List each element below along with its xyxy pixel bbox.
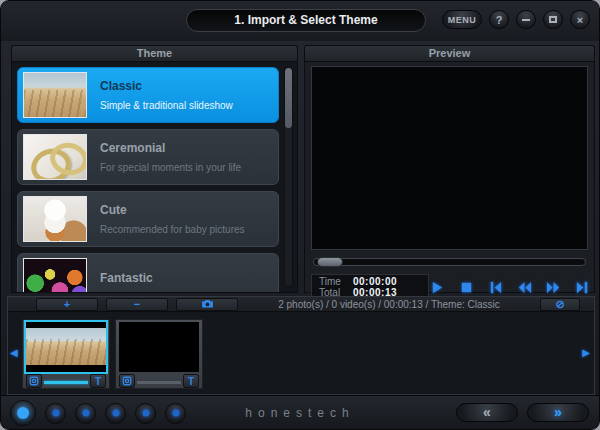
next-button[interactable]: »: [527, 403, 589, 422]
preview-body: Time 00:00:00 Total 00:00:13: [304, 61, 595, 293]
theme-item-ceremonial[interactable]: Ceremonial For special moments in your l…: [17, 129, 279, 185]
add-media-button[interactable]: +: [36, 298, 98, 311]
text-tool-icon: T: [95, 376, 101, 387]
preview-panel: Preview Time 00:00:00 Total 00:00:13: [304, 45, 595, 293]
theme-panel-header: Theme: [11, 45, 298, 61]
stop-button[interactable]: [458, 279, 474, 295]
clip-selection-line: [44, 381, 88, 384]
theme-list: Classic Simple & traditional slideshow C…: [12, 62, 297, 292]
timeline-clips: T T: [22, 319, 203, 389]
theme-item-cute[interactable]: Cute Recommended for baby pictures: [17, 191, 279, 247]
preview-panel-header: Preview: [304, 45, 595, 61]
timeline-toolbar: + − 2 photo(s) / 0 video(s) / 00:00:13 /…: [8, 297, 594, 312]
theme-panel: Theme Classic Simple & traditional slide…: [11, 45, 298, 293]
theme-name: Fantastic: [100, 271, 153, 285]
seek-bar-thumb[interactable]: [317, 257, 343, 267]
theme-name: Cute: [100, 203, 245, 217]
theme-thumbnail-classic: [23, 72, 87, 118]
chevron-right-icon: ▶: [582, 347, 590, 358]
page-title: 1. Import & Select Theme: [186, 9, 426, 32]
minimize-icon: [522, 19, 530, 21]
text-tool-icon: T: [188, 376, 194, 387]
theme-thumbnail-cute: [23, 196, 87, 242]
timeline-strip: ◀ T: [8, 312, 594, 394]
theme-scrollbar-thumb[interactable]: [285, 68, 292, 128]
timeline-info-button[interactable]: ⊘: [540, 298, 580, 311]
clip-thumbnail-beach: [26, 322, 106, 372]
capture-button[interactable]: [176, 298, 238, 311]
maximize-button[interactable]: [543, 10, 563, 29]
theme-meta: Classic Simple & traditional slideshow: [100, 79, 233, 111]
clip-footer: T: [119, 373, 199, 388]
remove-media-button[interactable]: −: [106, 298, 168, 311]
timeline-status-text: 2 photo(s) / 0 video(s) / 00:00:13 / The…: [238, 299, 540, 310]
theme-list-container: Classic Simple & traditional slideshow C…: [11, 61, 298, 293]
scroll-left-button[interactable]: ◀: [10, 348, 18, 358]
camera-icon: [201, 299, 214, 308]
clip-item-1[interactable]: T: [22, 319, 110, 389]
plus-icon: +: [64, 298, 70, 310]
theme-name: Ceremonial: [100, 141, 241, 155]
theme-scrollbar-track[interactable]: [284, 67, 293, 287]
navigation-buttons: « »: [456, 403, 589, 422]
maximize-icon: [549, 16, 557, 23]
rewind-button[interactable]: [516, 279, 532, 295]
skip-forward-icon: [575, 280, 590, 295]
preview-screen: [311, 66, 588, 250]
minus-icon: −: [134, 298, 140, 310]
time-label: Time: [319, 276, 353, 287]
theme-description: Simple & traditional slideshow: [100, 100, 233, 111]
double-chevron-left-icon: «: [483, 404, 491, 420]
window-controls: MENU ? ×: [442, 10, 590, 29]
clip-thumbnail-black: [119, 322, 199, 372]
help-button[interactable]: ?: [489, 10, 509, 29]
fast-forward-icon: [546, 280, 561, 295]
clock-icon: [29, 376, 39, 386]
close-icon: ×: [577, 14, 583, 26]
theme-description: For special moments in your life: [100, 162, 241, 173]
clip-duration-button[interactable]: [119, 374, 135, 388]
bottom-bar: honestech « »: [1, 395, 599, 429]
app-window: 1. Import & Select Theme MENU ? × Theme …: [0, 0, 600, 430]
theme-meta: Ceremonial For special moments in your l…: [100, 141, 241, 173]
close-button[interactable]: ×: [570, 10, 590, 29]
clip-duration-button[interactable]: [26, 374, 42, 388]
clip-text-button[interactable]: T: [90, 374, 106, 388]
fast-forward-button[interactable]: [545, 279, 561, 295]
time-value: 00:00:00: [353, 276, 397, 287]
theme-item-classic[interactable]: Classic Simple & traditional slideshow: [17, 67, 279, 123]
theme-thumbnail-ceremonial: [23, 134, 87, 180]
back-button[interactable]: «: [456, 403, 518, 422]
stop-icon: [459, 280, 474, 295]
skip-back-button[interactable]: [487, 279, 503, 295]
skip-forward-button[interactable]: [574, 279, 590, 295]
rewind-icon: [517, 280, 532, 295]
timeline-panel: + − 2 photo(s) / 0 video(s) / 00:00:13 /…: [7, 296, 595, 395]
chevron-left-icon: ◀: [10, 347, 18, 358]
time-current-row: Time 00:00:00: [319, 276, 421, 287]
double-chevron-right-icon: »: [554, 404, 562, 420]
theme-name: Classic: [100, 79, 233, 93]
menu-button[interactable]: MENU: [442, 10, 482, 29]
play-button[interactable]: [429, 279, 445, 295]
clip-footer: T: [26, 373, 106, 388]
minimize-button[interactable]: [516, 10, 536, 29]
theme-item-fantastic[interactable]: Fantastic: [17, 253, 279, 292]
transport-buttons: [429, 279, 594, 295]
clip-selection-line: [137, 381, 181, 384]
theme-description: Recommended for baby pictures: [100, 224, 245, 235]
scroll-right-button[interactable]: ▶: [582, 348, 590, 358]
help-icon: ?: [496, 14, 503, 26]
theme-thumbnail-fantastic: [23, 258, 87, 292]
theme-meta: Fantastic: [100, 271, 153, 292]
clip-item-2[interactable]: T: [115, 319, 203, 389]
seek-bar-track[interactable]: [313, 258, 586, 266]
slashed-circle-icon: ⊘: [555, 298, 564, 310]
title-bar: 1. Import & Select Theme MENU ? ×: [1, 1, 599, 41]
skip-back-icon: [488, 280, 503, 295]
play-icon: [430, 280, 445, 295]
clock-icon: [122, 376, 132, 386]
theme-meta: Cute Recommended for baby pictures: [100, 203, 245, 235]
clip-text-button[interactable]: T: [183, 374, 199, 388]
